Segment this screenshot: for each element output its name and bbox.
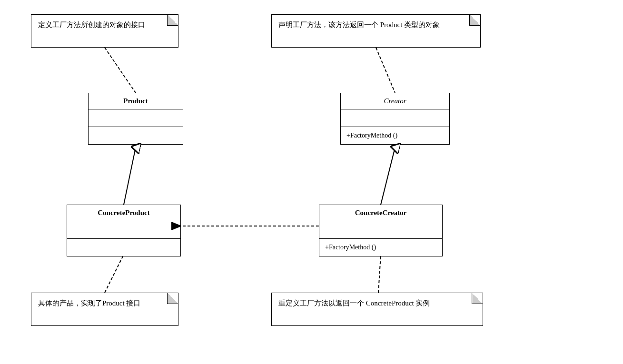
arrow-inherit-product <box>124 148 136 205</box>
class-creator-methods: +FactoryMethod () <box>341 127 449 144</box>
note-bottom-left: 具体的产品，实现了Product 接口 <box>31 293 178 326</box>
class-concrete-product-methods <box>67 239 180 256</box>
class-product-methods <box>89 127 183 144</box>
class-concrete-creator-attrs <box>319 221 442 239</box>
class-concrete-product-attrs <box>67 221 180 239</box>
note-top-right: 声明工厂方法，该方法返回一个 Product 类型的对象 <box>271 14 481 48</box>
class-concrete-product-name: ConcreteProduct <box>67 205 180 221</box>
class-product-name: Product <box>89 93 183 109</box>
class-concrete-creator: ConcreteCreator +FactoryMethod () <box>319 205 443 256</box>
class-concrete-creator-methods: +FactoryMethod () <box>319 239 442 256</box>
arrow-note-to-product <box>105 48 136 93</box>
note-top-left: 定义工厂方法所创建的对象的接口 <box>31 14 178 48</box>
arrow-inherit-creator <box>381 148 395 205</box>
class-creator-attrs <box>341 109 449 127</box>
class-creator: Creator +FactoryMethod () <box>340 93 450 145</box>
note-bottom-right: 重定义工厂方法以返回一个 ConcreteProduct 实例 <box>271 293 483 326</box>
class-product-attrs <box>89 109 183 127</box>
class-product: Product <box>88 93 183 145</box>
arrow-note-to-concrete-product <box>105 255 124 293</box>
diagram-container: 定义工厂方法所创建的对象的接口 声明工厂方法，该方法返回一个 Product 类… <box>0 0 623 364</box>
class-concrete-product: ConcreteProduct <box>67 205 181 256</box>
class-concrete-creator-name: ConcreteCreator <box>319 205 442 221</box>
arrow-note-to-concrete-creator <box>378 255 381 293</box>
arrow-note-to-creator <box>376 48 395 93</box>
class-creator-name: Creator <box>341 93 449 109</box>
